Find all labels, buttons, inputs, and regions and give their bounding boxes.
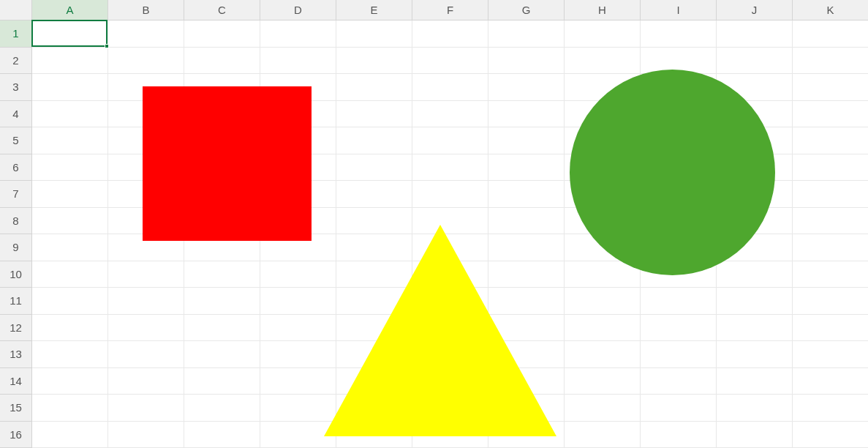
cell-c1[interactable] <box>184 20 260 48</box>
cell-f3[interactable] <box>412 74 488 101</box>
cell-h16[interactable] <box>565 422 641 449</box>
cell-a11[interactable] <box>32 288 108 315</box>
cell-a4[interactable] <box>32 101 108 128</box>
cell-j11[interactable] <box>717 288 793 315</box>
cell-h1[interactable] <box>565 20 641 48</box>
cell-b13[interactable] <box>108 341 184 368</box>
cell-f5[interactable] <box>412 127 488 154</box>
cell-g2[interactable] <box>488 48 565 75</box>
cell-c14[interactable] <box>184 368 260 395</box>
cell-a15[interactable] <box>32 395 108 422</box>
cell-h15[interactable] <box>565 395 641 422</box>
cell-g4[interactable] <box>488 101 565 128</box>
yellow-triangle-shape[interactable] <box>324 225 556 436</box>
cell-c13[interactable] <box>184 341 260 368</box>
cell-i15[interactable] <box>641 395 717 422</box>
cell-i13[interactable] <box>641 341 717 368</box>
cell-b15[interactable] <box>108 395 184 422</box>
cell-k16[interactable] <box>793 422 868 449</box>
cell-k11[interactable] <box>793 288 868 315</box>
column-header-c[interactable]: C <box>184 0 260 20</box>
cell-j13[interactable] <box>717 341 793 368</box>
cell-k15[interactable] <box>793 395 868 422</box>
cell-i11[interactable] <box>641 288 717 315</box>
column-header-k[interactable]: K <box>793 0 868 20</box>
cell-d2[interactable] <box>260 48 336 75</box>
row-header-14[interactable]: 14 <box>0 368 32 395</box>
column-header-d[interactable]: D <box>260 0 336 20</box>
cell-g5[interactable] <box>488 127 565 154</box>
cell-k9[interactable] <box>793 234 868 261</box>
row-header-13[interactable]: 13 <box>0 341 32 368</box>
cell-a6[interactable] <box>32 154 108 182</box>
cell-h11[interactable] <box>565 288 641 315</box>
cell-h13[interactable] <box>565 341 641 368</box>
green-circle-shape[interactable] <box>570 70 775 275</box>
cell-f6[interactable] <box>412 154 488 182</box>
cell-k13[interactable] <box>793 341 868 368</box>
cell-g6[interactable] <box>488 154 565 182</box>
select-all-corner[interactable] <box>0 0 32 20</box>
cell-a8[interactable] <box>32 208 108 235</box>
cell-h12[interactable] <box>565 315 641 342</box>
cell-g3[interactable] <box>488 74 565 101</box>
row-header-10[interactable]: 10 <box>0 261 32 288</box>
cell-j12[interactable] <box>717 315 793 342</box>
cell-b14[interactable] <box>108 368 184 395</box>
cell-c15[interactable] <box>184 395 260 422</box>
cell-c2[interactable] <box>184 48 260 75</box>
column-header-e[interactable]: E <box>336 0 412 20</box>
row-header-1[interactable]: 1 <box>0 20 32 48</box>
column-header-a[interactable]: A <box>32 0 108 20</box>
column-header-h[interactable]: H <box>565 0 641 20</box>
column-header-f[interactable]: F <box>412 0 488 20</box>
cell-d1[interactable] <box>260 20 336 48</box>
row-header-7[interactable]: 7 <box>0 181 32 208</box>
cell-f1[interactable] <box>412 20 488 48</box>
cell-k6[interactable] <box>793 154 868 182</box>
cell-k12[interactable] <box>793 315 868 342</box>
cell-e1[interactable] <box>336 20 412 48</box>
row-header-11[interactable]: 11 <box>0 288 32 315</box>
cell-k10[interactable] <box>793 261 868 288</box>
row-header-2[interactable]: 2 <box>0 48 32 75</box>
cell-k7[interactable] <box>793 181 868 208</box>
cell-k4[interactable] <box>793 101 868 128</box>
row-header-15[interactable]: 15 <box>0 395 32 422</box>
cell-e4[interactable] <box>336 101 412 128</box>
cell-c11[interactable] <box>184 288 260 315</box>
cell-j16[interactable] <box>717 422 793 449</box>
cell-e2[interactable] <box>336 48 412 75</box>
cell-k3[interactable] <box>793 74 868 101</box>
column-header-i[interactable]: I <box>641 0 717 20</box>
cell-a10[interactable] <box>32 261 108 288</box>
cell-g7[interactable] <box>488 181 565 208</box>
cell-a3[interactable] <box>32 74 108 101</box>
row-header-6[interactable]: 6 <box>0 154 32 182</box>
cell-k2[interactable] <box>793 48 868 75</box>
cell-b12[interactable] <box>108 315 184 342</box>
cell-b11[interactable] <box>108 288 184 315</box>
row-header-3[interactable]: 3 <box>0 74 32 101</box>
cell-a5[interactable] <box>32 127 108 154</box>
cell-j1[interactable] <box>717 20 793 48</box>
cell-f7[interactable] <box>412 181 488 208</box>
column-header-b[interactable]: B <box>108 0 184 20</box>
cell-e3[interactable] <box>336 74 412 101</box>
cell-k14[interactable] <box>793 368 868 395</box>
cell-a7[interactable] <box>32 181 108 208</box>
cell-h14[interactable] <box>565 368 641 395</box>
row-header-16[interactable]: 16 <box>0 422 32 449</box>
cell-a12[interactable] <box>32 315 108 342</box>
cell-k1[interactable] <box>793 20 868 48</box>
cell-a1[interactable] <box>32 20 108 48</box>
cell-b2[interactable] <box>108 48 184 75</box>
cell-j10[interactable] <box>717 261 793 288</box>
cell-b1[interactable] <box>108 20 184 48</box>
cell-i16[interactable] <box>641 422 717 449</box>
cell-b10[interactable] <box>108 261 184 288</box>
row-header-4[interactable]: 4 <box>0 101 32 128</box>
cell-g1[interactable] <box>488 20 565 48</box>
row-header-12[interactable]: 12 <box>0 315 32 342</box>
cell-e6[interactable] <box>336 154 412 182</box>
